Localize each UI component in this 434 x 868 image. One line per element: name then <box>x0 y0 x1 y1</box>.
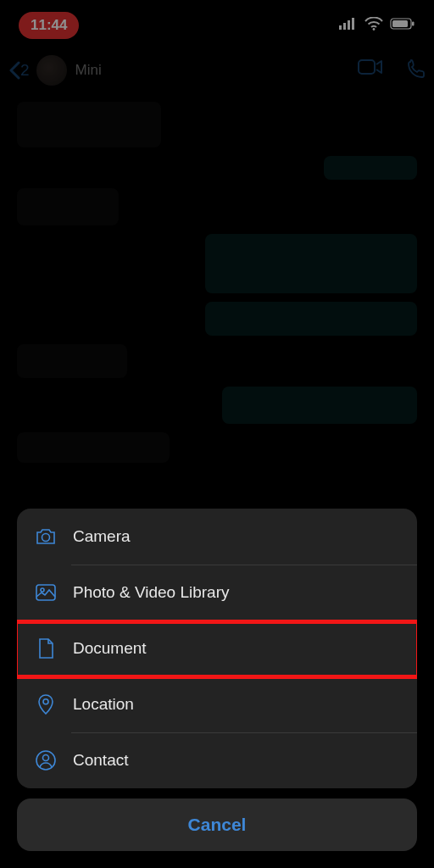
photo-library-icon <box>32 579 59 606</box>
svg-point-12 <box>43 699 48 704</box>
sheet-item-label: Location <box>73 695 134 714</box>
sheet-item-label: Camera <box>73 527 131 546</box>
sheet-item-location[interactable]: Location <box>17 676 417 732</box>
sheet-item-document[interactable]: Document <box>17 620 417 676</box>
sheet-item-label: Photo & Video Library <box>73 583 230 602</box>
cancel-label: Cancel <box>188 815 247 835</box>
sheet-item-label: Contact <box>73 751 128 770</box>
svg-point-9 <box>42 534 50 542</box>
camera-icon <box>32 523 59 550</box>
cancel-button[interactable]: Cancel <box>17 798 417 851</box>
sheet-item-photo-video[interactable]: Photo & Video Library <box>17 565 417 620</box>
attachment-sheet: Camera Photo & Video Library Document Lo… <box>17 509 417 851</box>
svg-point-11 <box>41 588 44 592</box>
sheet-item-contact[interactable]: Contact <box>17 732 417 788</box>
svg-rect-10 <box>36 585 55 600</box>
sheet-item-label: Document <box>73 639 147 658</box>
contact-icon <box>32 747 59 774</box>
sheet-item-camera[interactable]: Camera <box>17 509 417 565</box>
document-icon <box>32 635 59 662</box>
location-icon <box>32 691 59 718</box>
svg-point-14 <box>43 755 49 761</box>
attachment-panel: Camera Photo & Video Library Document Lo… <box>17 509 417 788</box>
